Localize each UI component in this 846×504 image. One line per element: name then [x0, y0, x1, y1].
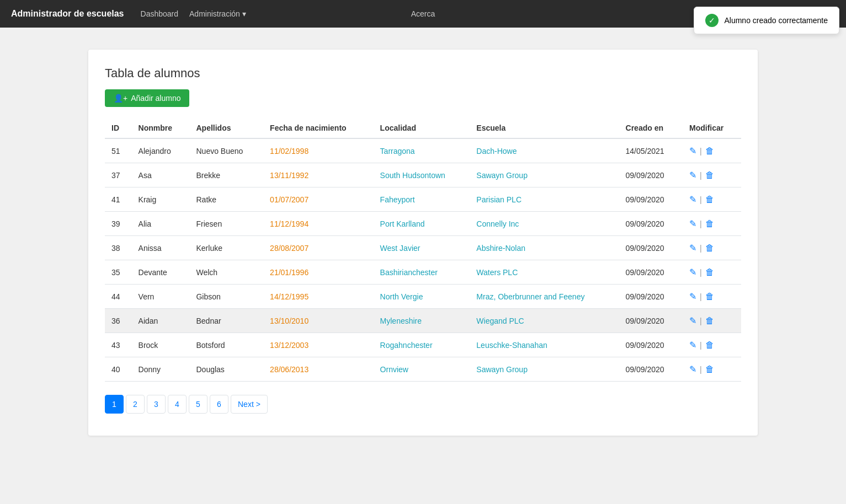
cell-localidad: Tarragona	[374, 138, 470, 163]
navbar-center: Acerca	[411, 9, 435, 18]
cell-apellidos: Douglas	[189, 357, 263, 382]
action-separator: |	[700, 268, 702, 277]
cell-actions: ✎ | 🗑	[683, 357, 741, 382]
cell-nombre: Brock	[132, 333, 190, 357]
delete-icon[interactable]: 🗑	[705, 292, 714, 302]
edit-icon[interactable]: ✎	[689, 267, 696, 277]
page-button-2[interactable]: 2	[126, 395, 145, 414]
delete-icon[interactable]: 🗑	[705, 195, 714, 205]
next-page-button[interactable]: Next >	[231, 395, 268, 414]
cell-escuela: Parisian PLC	[470, 187, 619, 212]
action-icons: ✎ | 🗑	[689, 170, 735, 180]
cell-apellidos: Botsford	[189, 333, 263, 357]
delete-icon[interactable]: 🗑	[705, 170, 714, 180]
action-separator: |	[700, 292, 702, 301]
page-button-1[interactable]: 1	[105, 395, 124, 414]
table-row: 39 Alia Friesen 11/12/1994 Port Karlland…	[105, 212, 741, 236]
delete-icon[interactable]: 🗑	[705, 146, 714, 156]
cell-id: 39	[105, 212, 132, 236]
chevron-down-icon: ▾	[242, 9, 246, 18]
cell-apellidos: Welch	[189, 260, 263, 285]
cell-nombre: Vern	[132, 285, 190, 309]
cell-escuela: Sawayn Group	[470, 163, 619, 187]
action-icons: ✎ | 🗑	[689, 315, 735, 326]
cell-id: 41	[105, 187, 132, 212]
cell-nombre: Alia	[132, 212, 190, 236]
edit-icon[interactable]: ✎	[689, 170, 696, 180]
cell-localidad: West Javier	[374, 236, 470, 260]
cell-localidad: Bashirianchester	[374, 260, 470, 285]
cell-apellidos: Kerluke	[189, 236, 263, 260]
cell-id: 43	[105, 333, 132, 357]
cell-creado: 09/09/2020	[619, 309, 683, 333]
page-button-3[interactable]: 3	[147, 395, 166, 414]
toast-message: Alumno creado correctamente	[724, 16, 828, 25]
cell-escuela: Wiegand PLC	[470, 309, 619, 333]
navbar-link-acerca[interactable]: Acerca	[411, 9, 435, 18]
action-icons: ✎ | 🗑	[689, 291, 735, 302]
delete-icon[interactable]: 🗑	[705, 219, 714, 229]
cell-nombre: Kraig	[132, 187, 190, 212]
col-localidad: Localidad	[374, 118, 470, 138]
cell-actions: ✎ | 🗑	[683, 333, 741, 357]
cell-escuela: Mraz, Oberbrunner and Feeney	[470, 285, 619, 309]
col-creado: Creado en	[619, 118, 683, 138]
navbar-admin-label: Administración	[189, 9, 240, 18]
table-row: 38 Anissa Kerluke 28/08/2007 West Javier…	[105, 236, 741, 260]
col-escuela: Escuela	[470, 118, 619, 138]
cell-nombre: Aidan	[132, 309, 190, 333]
cell-escuela: Sawayn Group	[470, 357, 619, 382]
edit-icon[interactable]: ✎	[689, 291, 696, 302]
toast-notification: ✓ Alumno creado correctamente	[694, 7, 839, 34]
page-button-4[interactable]: 4	[168, 395, 187, 414]
delete-icon[interactable]: 🗑	[705, 316, 714, 326]
edit-icon[interactable]: ✎	[689, 243, 696, 253]
delete-icon[interactable]: 🗑	[705, 243, 714, 253]
cell-escuela: Dach-Howe	[470, 138, 619, 163]
edit-icon[interactable]: ✎	[689, 194, 696, 205]
action-separator: |	[700, 171, 702, 180]
edit-icon[interactable]: ✎	[689, 315, 696, 326]
cell-apellidos: Ratke	[189, 187, 263, 212]
cell-nombre: Donny	[132, 357, 190, 382]
page-button-5[interactable]: 5	[189, 395, 207, 414]
cell-fecha: 13/12/2003	[263, 333, 373, 357]
cell-fecha: 11/02/1998	[263, 138, 373, 163]
action-separator: |	[700, 195, 702, 204]
cell-fecha: 01/07/2007	[263, 187, 373, 212]
edit-icon[interactable]: ✎	[689, 218, 696, 229]
table-body: 51 Alejandro Nuevo Bueno 11/02/1998 Tarr…	[105, 138, 741, 382]
action-icons: ✎ | 🗑	[689, 243, 735, 253]
action-separator: |	[700, 317, 702, 325]
edit-icon[interactable]: ✎	[689, 340, 696, 350]
table-row: 36 Aidan Bednar 13/10/2010 Myleneshire W…	[105, 309, 741, 333]
cell-nombre: Devante	[132, 260, 190, 285]
navbar-link-dashboard[interactable]: Dashboard	[141, 9, 179, 18]
table-row: 41 Kraig Ratke 01/07/2007 Faheyport Pari…	[105, 187, 741, 212]
cell-localidad: South Hudsontown	[374, 163, 470, 187]
action-icons: ✎ | 🗑	[689, 194, 735, 205]
cell-localidad: Port Karlland	[374, 212, 470, 236]
cell-actions: ✎ | 🗑	[683, 187, 741, 212]
delete-icon[interactable]: 🗑	[705, 267, 714, 277]
page-title: Tabla de alumnos	[105, 66, 741, 81]
delete-icon[interactable]: 🗑	[705, 364, 714, 374]
cell-creado: 09/09/2020	[619, 285, 683, 309]
cell-escuela: Abshire-Nolan	[470, 236, 619, 260]
page-button-6[interactable]: 6	[210, 395, 228, 414]
cell-id: 44	[105, 285, 132, 309]
table-row: 35 Devante Welch 21/01/1996 Bashirianche…	[105, 260, 741, 285]
cell-actions: ✎ | 🗑	[683, 212, 741, 236]
cell-creado: 09/09/2020	[619, 212, 683, 236]
cell-nombre: Anissa	[132, 236, 190, 260]
add-student-button[interactable]: 👤+ Añadir alumno	[105, 89, 189, 107]
col-modificar: Modificar	[683, 118, 741, 138]
edit-icon[interactable]: ✎	[689, 146, 696, 156]
action-separator: |	[700, 219, 702, 228]
cell-fecha: 11/12/1994	[263, 212, 373, 236]
edit-icon[interactable]: ✎	[689, 364, 696, 374]
col-nombre: Nonmbre	[132, 118, 190, 138]
navbar-dropdown-admin[interactable]: Administración ▾	[189, 9, 246, 18]
action-separator: |	[700, 365, 702, 374]
delete-icon[interactable]: 🗑	[705, 340, 714, 350]
